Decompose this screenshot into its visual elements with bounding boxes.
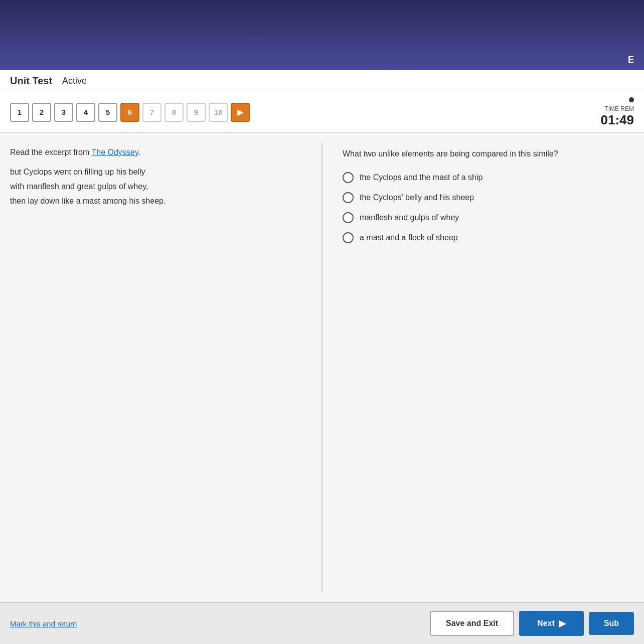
header-status: Active	[62, 76, 87, 86]
next-button-label: Next	[537, 619, 555, 628]
radio-option-1[interactable]	[343, 172, 354, 183]
radio-option-4[interactable]	[343, 232, 354, 243]
next-arrow-icon: ▶	[559, 618, 566, 629]
excerpt-line-2: with manflesh and great gulps of whey,	[10, 180, 301, 194]
content-area: Read the excerpt from The Odyssey. but C…	[0, 133, 644, 602]
nav-btn-7[interactable]: 7	[142, 103, 162, 122]
excerpt-line-3: then lay down like a mast among his shee…	[10, 194, 301, 209]
timer-label: TIME REM	[601, 105, 634, 112]
header-bar: Unit Test Active	[0, 70, 644, 92]
option-item-2[interactable]: the Cyclops' belly and his sheep	[343, 192, 634, 203]
options-list: the Cyclops and the mast of a ship the C…	[343, 172, 634, 243]
nav-btn-8[interactable]: 8	[165, 103, 184, 122]
save-exit-button[interactable]: Save and Exit	[430, 611, 514, 636]
left-panel: Read the excerpt from The Odyssey. but C…	[10, 143, 301, 592]
timer-section: TIME REM 01:49	[601, 96, 634, 128]
option-label-2: the Cyclops' belly and his sheep	[360, 193, 474, 202]
footer-area: Mark this and return Save and Exit Next …	[0, 602, 644, 644]
header-title: Unit Test	[10, 75, 52, 87]
question-text: What two unlike elements are being compa…	[343, 148, 634, 160]
timer-value: 01:49	[601, 112, 634, 128]
excerpt-intro: Read the excerpt from The Odyssey.	[10, 148, 301, 157]
excerpt-text: but Cyclops went on filling up his belly…	[10, 165, 301, 208]
nav-btn-4[interactable]: 4	[76, 103, 95, 122]
right-panel: What two unlike elements are being compa…	[343, 143, 634, 592]
nav-btn-play[interactable]: ▶	[231, 103, 250, 122]
option-label-1: the Cyclops and the mast of a ship	[360, 173, 482, 182]
excerpt-intro-end: .	[138, 148, 140, 156]
radio-option-3[interactable]	[343, 212, 354, 223]
nav-btn-9[interactable]: 9	[187, 103, 206, 122]
mark-return-link[interactable]: Mark this and return	[10, 619, 77, 628]
excerpt-line-1: but Cyclops went on filling up his belly	[10, 165, 301, 180]
nav-btn-5[interactable]: 5	[98, 103, 117, 122]
option-item-3[interactable]: manflesh and gulps of whey	[343, 212, 634, 223]
nav-btn-2[interactable]: 2	[32, 103, 51, 122]
nav-btn-6[interactable]: 6	[120, 103, 139, 122]
next-button[interactable]: Next ▶	[519, 611, 584, 636]
nav-btn-3[interactable]: 3	[54, 103, 73, 122]
submit-button[interactable]: Sub	[589, 612, 634, 635]
timer-dot	[629, 97, 634, 102]
radio-option-2[interactable]	[343, 192, 354, 203]
option-item-1[interactable]: the Cyclops and the mast of a ship	[343, 172, 634, 183]
book-title-link[interactable]: The Odyssey	[91, 148, 138, 156]
option-item-4[interactable]: a mast and a flock of sheep	[343, 232, 634, 243]
nav-row: 1 2 3 4 5 6 7 8 9 10 ▶ TIME REM 01:49	[0, 92, 644, 133]
option-label-4: a mast and a flock of sheep	[360, 233, 458, 242]
option-label-3: manflesh and gulps of whey	[360, 213, 459, 222]
footer-buttons: Save and Exit Next ▶ Sub	[430, 611, 634, 636]
nav-btn-1[interactable]: 1	[10, 103, 29, 122]
content-divider	[321, 143, 323, 592]
nav-btn-10[interactable]: 10	[209, 103, 228, 122]
top-bar-label: E	[628, 55, 634, 65]
excerpt-intro-text: Read the excerpt from	[10, 148, 91, 156]
nav-buttons: 1 2 3 4 5 6 7 8 9 10 ▶	[10, 103, 250, 122]
